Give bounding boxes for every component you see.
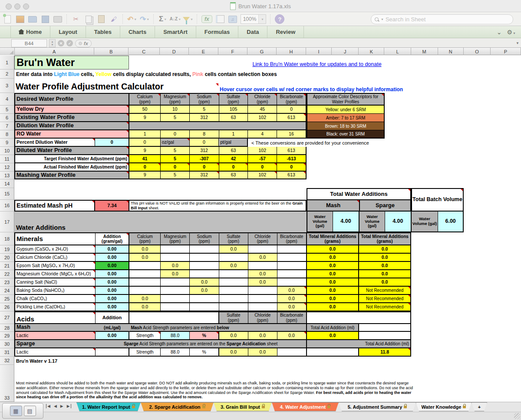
sparge-volume-input[interactable]: 4.00 (385, 212, 412, 232)
sheet-tab-sparge-acidification[interactable]: 2. Sparge Acidification (141, 402, 214, 411)
batch-volume-input[interactable]: 6.00 (438, 212, 464, 232)
row-header[interactable]: 33 (0, 365, 14, 402)
ion-cell[interactable]: 0.0 (190, 287, 219, 295)
value-cell[interactable]: 9 (129, 147, 161, 155)
name-box[interactable]: B44 (11, 39, 47, 47)
mash-total-cell[interactable]: 0.0 (307, 278, 359, 287)
value-cell[interactable]: 1 (219, 130, 248, 139)
column-header-l[interactable]: L (384, 48, 411, 55)
media-browser-button[interactable]: ♫ (228, 14, 237, 24)
copy-button[interactable] (84, 14, 93, 24)
value-cell[interactable]: 10 (161, 106, 190, 114)
column-header-b[interactable]: B (94, 48, 129, 55)
addition-input[interactable]: 0.00 (96, 254, 130, 262)
row-header[interactable]: 15 (0, 188, 14, 200)
calc-cell[interactable]: 0 (190, 163, 219, 172)
normal-view-button[interactable]: ▦ (10, 406, 22, 416)
sparge-total-cell[interactable]: 0.0 (359, 254, 411, 262)
calc-cell[interactable]: 41 (129, 155, 161, 163)
sheet-tab-water-report-input[interactable]: 1. Water Report Input (76, 402, 141, 411)
row-header[interactable]: 21 (0, 262, 14, 270)
column-header-d[interactable]: D (160, 48, 189, 55)
value-cell[interactable]: 0 (161, 130, 190, 139)
value-cell[interactable]: 50 (129, 106, 161, 114)
acid-ion-cell[interactable]: 0.0 (248, 348, 277, 357)
calc-cell[interactable]: -57 (248, 155, 277, 163)
name-box-stepper[interactable]: ▲▼ (49, 39, 56, 47)
row-header[interactable]: 1 (0, 56, 14, 69)
row-header[interactable]: 5 (0, 106, 14, 114)
undo-button[interactable]: ↶▼ (127, 14, 137, 24)
value-cell[interactable]: 63 (219, 147, 248, 155)
column-header-o[interactable]: O (464, 48, 491, 55)
resize-grip[interactable] (514, 413, 520, 419)
formula-bar-dropdown-icon[interactable]: ▼ (516, 41, 519, 45)
redo-button[interactable]: ↷▼ (140, 14, 149, 24)
row-header[interactable]: 2 (0, 69, 14, 79)
value-cell[interactable]: 5 (190, 106, 219, 114)
print-button[interactable] (53, 14, 63, 24)
value-cell[interactable]: 613 (277, 114, 307, 122)
mash-total-cell[interactable]: 0.0 (307, 245, 359, 254)
mash-total-cell[interactable]: 0.0 (307, 295, 359, 303)
row-header[interactable]: 9 (0, 139, 14, 147)
autosum-button[interactable]: Σ▼ (158, 14, 168, 24)
value-cell[interactable]: 63 (219, 114, 248, 122)
value-cell[interactable]: 63 (219, 172, 248, 179)
row-header[interactable]: 17 (0, 212, 14, 232)
prev-sheet-icon[interactable]: ◀ (54, 404, 57, 408)
format-painter-button[interactable]: 🖌 (109, 14, 119, 24)
tab-data[interactable]: Data (238, 26, 267, 38)
row-header[interactable]: 18 (0, 232, 14, 245)
calc-cell[interactable]: 0 (277, 163, 307, 172)
cancel-entry-icon[interactable]: ✕ (58, 40, 64, 46)
value-cell[interactable]: 45 (248, 106, 277, 114)
acid-ion-cell[interactable]: 0.0 (277, 332, 307, 340)
row-header[interactable]: 32 (0, 357, 14, 365)
value-cell[interactable]: 5 (161, 172, 190, 179)
row-header[interactable]: 13 (0, 172, 14, 179)
sort-button[interactable]: A↓Z▼ (171, 14, 180, 24)
search-input[interactable]: ▼ Search in Sheet (371, 14, 513, 24)
row-header[interactable]: 6 (0, 114, 14, 122)
ion-cell[interactable]: 0.0 (219, 262, 248, 270)
accept-entry-icon[interactable]: ✓ (66, 40, 73, 46)
row-header[interactable]: 19 (0, 245, 14, 254)
paste-button[interactable] (96, 14, 106, 24)
acid-ion-cell[interactable]: 0.0 (248, 332, 277, 340)
ion-cell[interactable]: 0.0 (277, 295, 307, 303)
formula-builder-button[interactable]: fx (201, 14, 212, 24)
tab-charts[interactable]: Charts (120, 26, 155, 38)
calc-cell[interactable]: 5 (161, 155, 190, 163)
addition-input[interactable]: 0.00 (96, 278, 130, 287)
row-header[interactable]: 3 (0, 79, 14, 93)
sparge-total-cell[interactable]: 0.0 (359, 262, 411, 270)
ion-cell[interactable]: 0.0 (129, 295, 161, 303)
strength-input[interactable]: 88.0 (161, 332, 190, 340)
addition-input[interactable]: 0.00 (96, 295, 130, 303)
next-sheet-icon[interactable]: ▶ (60, 404, 63, 408)
acid-ion-cell[interactable]: 0.0 (219, 332, 248, 340)
row-header[interactable]: 30 (0, 340, 14, 348)
filter-button[interactable]: ▼ (183, 14, 193, 24)
search-dropdown-icon[interactable]: ▼ (381, 18, 384, 21)
row-header[interactable]: 28 (0, 324, 14, 332)
zoom-dropdown-icon[interactable]: ▼ (258, 15, 266, 23)
row-header[interactable]: 14 (0, 179, 14, 188)
toolbox-button[interactable] (215, 14, 225, 24)
value-cell[interactable]: 613 (277, 147, 307, 155)
row-header[interactable]: 8 (0, 130, 14, 139)
acid-ion-cell[interactable]: 0.0 (219, 348, 248, 357)
sheet-tab-grain-bill-input[interactable]: 3. Grain Bill Input (214, 402, 272, 411)
sparge-total-cell[interactable]: Not Recommended (359, 287, 411, 295)
column-header-m[interactable]: M (411, 48, 438, 55)
row-header[interactable]: 16 (0, 200, 14, 212)
value-cell[interactable]: 0 (277, 106, 307, 114)
tab-smartart[interactable]: SmartArt (155, 26, 196, 38)
calc-cell[interactable]: 0 (129, 163, 161, 172)
column-header-j[interactable]: J (332, 48, 359, 55)
column-header-g[interactable]: G (247, 48, 277, 55)
calc-cell[interactable]: 0 (161, 163, 190, 172)
sparge-acid-total[interactable]: 11.8 (359, 348, 411, 357)
column-header-n[interactable]: N (438, 48, 464, 55)
